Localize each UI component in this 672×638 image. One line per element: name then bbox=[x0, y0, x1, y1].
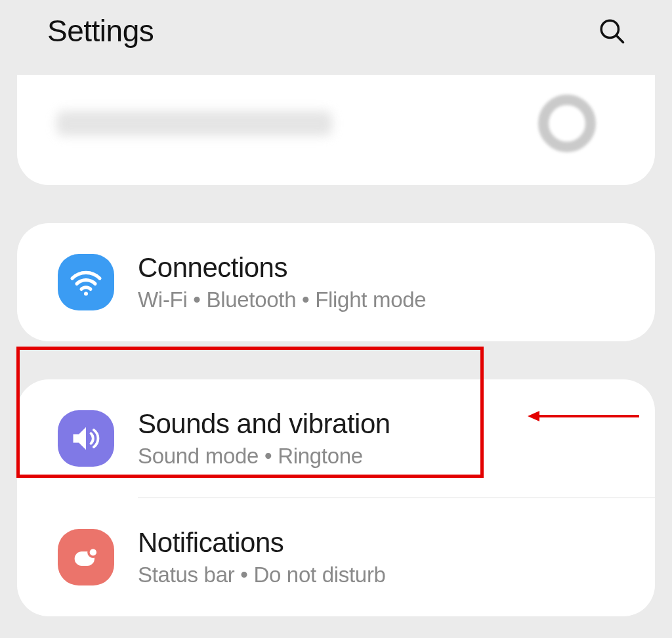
settings-item-sounds[interactable]: Sounds and vibration Sound mode • Ringto… bbox=[17, 379, 655, 498]
speaker-icon bbox=[58, 410, 114, 467]
account-email-blurred bbox=[56, 111, 332, 136]
item-subtitle: Status bar • Do not disturb bbox=[138, 563, 386, 587]
item-title: Connections bbox=[138, 252, 426, 284]
search-button[interactable] bbox=[596, 15, 627, 47]
svg-point-2 bbox=[84, 291, 88, 295]
item-subtitle: Sound mode • Ringtone bbox=[138, 444, 390, 469]
item-text: Connections Wi-Fi • Bluetooth • Flight m… bbox=[138, 252, 426, 312]
item-text: Sounds and vibration Sound mode • Ringto… bbox=[138, 408, 390, 469]
item-subtitle: Wi-Fi • Bluetooth • Flight mode bbox=[138, 287, 426, 312]
connections-card: Connections Wi-Fi • Bluetooth • Flight m… bbox=[17, 223, 655, 341]
app-header: Settings bbox=[0, 0, 672, 75]
account-card[interactable] bbox=[17, 75, 655, 185]
avatar bbox=[538, 95, 596, 152]
settings-item-connections[interactable]: Connections Wi-Fi • Bluetooth • Flight m… bbox=[17, 223, 655, 341]
item-title: Notifications bbox=[138, 527, 386, 559]
svg-point-4 bbox=[89, 547, 98, 557]
item-text: Notifications Status bar • Do not distur… bbox=[138, 527, 386, 587]
wifi-icon bbox=[58, 254, 114, 310]
search-icon bbox=[598, 17, 625, 45]
svg-line-1 bbox=[616, 35, 623, 42]
sounds-notifications-card: Sounds and vibration Sound mode • Ringto… bbox=[17, 379, 655, 616]
notification-icon bbox=[58, 529, 114, 585]
item-title: Sounds and vibration bbox=[138, 408, 390, 440]
page-title: Settings bbox=[47, 13, 154, 49]
settings-item-notifications[interactable]: Notifications Status bar • Do not distur… bbox=[17, 498, 655, 616]
